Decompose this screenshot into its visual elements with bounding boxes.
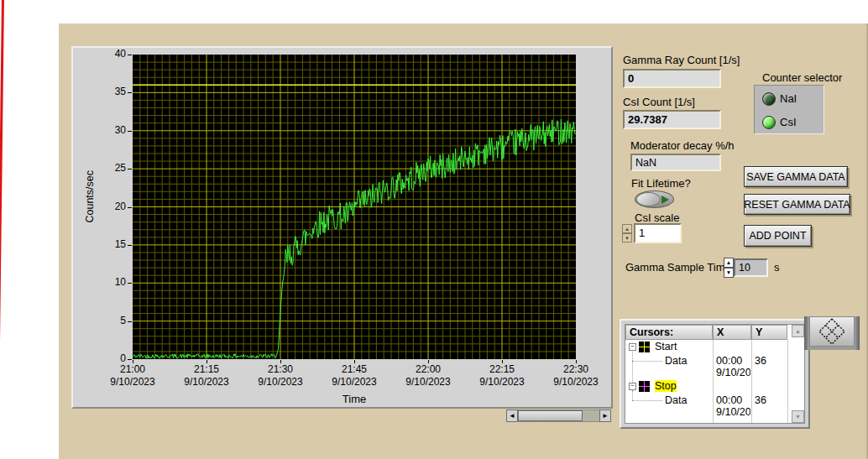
cursor-x-time: 00:00: [716, 394, 742, 406]
tree-line: [632, 390, 634, 400]
y-tick-label: 35: [97, 86, 126, 97]
x-tick-time-label: 21:00: [107, 363, 158, 375]
tree-line: [632, 350, 634, 383]
x-tick-date-label: 9/10/2023: [472, 376, 532, 388]
y-tick-label: 10: [97, 276, 126, 288]
y-column-header: Y: [751, 325, 787, 340]
fit-lifetime-switch[interactable]: [635, 190, 674, 208]
y-tick-label: 20: [97, 201, 126, 212]
diamond-cross-icon: [818, 317, 846, 346]
nai-led-icon[interactable]: [762, 92, 776, 106]
x-tick-date-label: 9/10/2023: [546, 376, 606, 388]
x-tick-mark: [207, 360, 207, 363]
x-tick-date-label: 9/10/2023: [176, 376, 237, 388]
cursor-data-label: Data: [665, 394, 687, 406]
scroll-left-icon[interactable]: ◄: [506, 409, 518, 422]
y-tick-mark: [128, 321, 132, 322]
y-tick-mark: [128, 131, 132, 132]
decrement-icon[interactable]: ▼: [622, 233, 632, 243]
y-tick-mark: [128, 245, 132, 246]
csi-count-field[interactable]: 29.7387: [623, 110, 721, 129]
legend-scroll-up-icon[interactable]: ▲: [792, 325, 804, 337]
y-tick-mark: [128, 169, 132, 170]
y-tick-mark: [128, 207, 132, 208]
x-tick-time-label: 21:30: [255, 363, 306, 375]
plot-canvas: [133, 55, 576, 359]
x-tick-date-label: 9/10/2023: [102, 376, 163, 388]
moderator-decay-field[interactable]: NaN: [630, 154, 721, 171]
x-tick-time-label: 22:30: [551, 363, 601, 375]
x-tick-time-label: 21:45: [329, 363, 379, 375]
waveform-plot[interactable]: [133, 55, 576, 359]
y-tick-label: 30: [97, 124, 126, 136]
x-tick-time-label: 22:15: [477, 363, 527, 375]
column-divider: [787, 340, 788, 423]
cursor-row-start[interactable]: Start: [655, 341, 677, 352]
x-tick-date-label: 9/10/2023: [250, 376, 311, 388]
cursor-legend-panel: Cursors: X Y − Start Data 00:00 9/10/20 …: [620, 319, 810, 429]
increment-icon[interactable]: ▲: [622, 224, 632, 233]
sample-time-unit-label: s: [774, 261, 780, 274]
x-tick-mark: [576, 360, 577, 363]
counter-selector-label: Counter selector: [762, 71, 842, 84]
cursor-y-value: 36: [755, 355, 766, 367]
start-cursor-icon[interactable]: [639, 342, 650, 352]
save-gamma-data-button[interactable]: SAVE GAMMA DATA: [744, 166, 848, 187]
switch-knob[interactable]: [636, 192, 661, 206]
tree-line: [632, 361, 662, 363]
x-tick-mark: [280, 360, 281, 363]
gamma-sample-time-field[interactable]: 10: [734, 258, 768, 277]
x-tick-mark: [428, 360, 429, 363]
scrollbar-track[interactable]: [518, 409, 599, 422]
counter-selector-box: NaI CsI: [754, 85, 824, 134]
gamma-sample-time-spinner[interactable]: ▲ ▼: [724, 258, 734, 278]
column-divider: [751, 340, 752, 423]
legend-scroll-down-icon[interactable]: ▼: [792, 410, 804, 423]
gamma-ray-count-label: Gamma Ray Count [1/s]: [623, 54, 740, 66]
y-tick-label: 5: [97, 315, 126, 326]
cursor-x-time: 00:00: [716, 355, 742, 367]
cursor-table: Cursors: X Y − Start Data 00:00 9/10/20 …: [625, 324, 805, 424]
x-tick-date-label: 9/10/2023: [324, 376, 384, 388]
tree-line: [632, 400, 662, 402]
cursor-row-stop[interactable]: Stop: [655, 380, 677, 392]
scrollbar-thumb[interactable]: [518, 410, 583, 421]
x-tick-mark: [354, 360, 355, 363]
cursor-y-value: 36: [755, 394, 766, 406]
x-column-header: X: [713, 325, 751, 340]
stop-cursor-icon[interactable]: [639, 381, 650, 392]
csi-scale-field[interactable]: 1: [634, 223, 682, 243]
x-tick-time-label: 22:00: [403, 363, 453, 375]
y-tick-label: 0: [97, 352, 126, 364]
collapse-icon[interactable]: −: [629, 343, 636, 351]
increment-icon[interactable]: ▲: [724, 258, 734, 268]
gamma-sample-time-label: Gamma Sample Time: [625, 261, 731, 274]
gamma-ray-count-field[interactable]: 0: [623, 69, 721, 88]
csi-option-label: CsI: [780, 116, 797, 128]
collapse-icon[interactable]: −: [629, 383, 636, 390]
cursor-x-date: 9/10/20: [716, 406, 750, 418]
cursor-data-label: Data: [665, 355, 687, 367]
reset-gamma-data-button[interactable]: RESET GAMMA DATA: [744, 194, 850, 215]
csi-scale-spinner[interactable]: ▲ ▼: [622, 224, 632, 243]
decrement-icon[interactable]: ▼: [724, 268, 734, 278]
column-divider: [713, 340, 714, 423]
x-axis-label: Time: [324, 393, 384, 405]
cursor-x-date: 9/10/20: [716, 367, 750, 378]
y-tick-mark: [128, 283, 132, 284]
x-tick-mark: [133, 360, 133, 363]
y-tick-mark: [128, 359, 132, 360]
add-point-button[interactable]: ADD POINT: [744, 225, 812, 247]
cursor-mover-pad[interactable]: [809, 316, 855, 347]
csi-led-icon[interactable]: [762, 116, 776, 129]
fit-lifetime-label: Fit Lifetime?: [631, 177, 691, 190]
x-tick-mark: [502, 360, 503, 363]
y-tick-label: 40: [97, 48, 126, 60]
y-tick-mark: [128, 92, 132, 93]
cursors-column-header: Cursors:: [625, 325, 713, 340]
x-tick-date-label: 9/10/2023: [398, 376, 458, 388]
y-tick-label: 25: [97, 162, 126, 174]
y-axis-label: Counts/sec: [84, 170, 96, 223]
chart-x-scrollbar[interactable]: ◄ ►: [506, 409, 611, 422]
scroll-right-icon[interactable]: ►: [599, 409, 611, 422]
